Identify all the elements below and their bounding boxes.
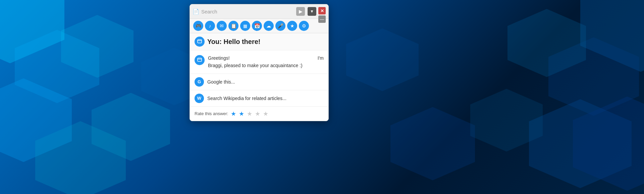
- gamepad-icon[interactable]: 🎮: [193, 21, 203, 31]
- search-submit-button[interactable]: ▶: [296, 7, 305, 16]
- cloud-icon[interactable]: ☁: [264, 21, 274, 31]
- google-action-text: Google this...: [207, 79, 235, 85]
- user-avatar: [195, 37, 205, 47]
- rating-row: Rate this answer: ★ ★ ★ ★ ★: [190, 107, 328, 121]
- settings-icon[interactable]: ⚙: [299, 21, 309, 31]
- svg-rect-0: [198, 40, 202, 43]
- mic-icon[interactable]: 🎤: [275, 21, 285, 31]
- star-2[interactable]: ★: [239, 110, 244, 117]
- close-button[interactable]: ✕: [318, 7, 326, 14]
- star-5[interactable]: ★: [263, 110, 268, 117]
- wikipedia-action-text: Search Wikipedia for related articles...: [207, 96, 286, 101]
- star-4[interactable]: ★: [255, 110, 260, 117]
- widget-header: 📄 ▶ ▼ ✕ —: [190, 4, 328, 19]
- rating-label: Rate this answer:: [195, 111, 228, 116]
- bot-avatar: [195, 55, 205, 65]
- bot-answer-row: Greetings! I'm Braggi, pleased to make y…: [190, 50, 328, 74]
- email-icon[interactable]: ✉: [217, 21, 227, 31]
- search-input[interactable]: [201, 9, 294, 14]
- wikipedia-action-row[interactable]: W Search Wikipedia for related articles.…: [190, 90, 328, 107]
- bot-answer-text: Greetings! I'm Braggi, pleased to make y…: [208, 54, 324, 69]
- star-1[interactable]: ★: [231, 110, 236, 117]
- dropdown-button[interactable]: ▼: [308, 7, 316, 16]
- calendar-icon[interactable]: 📅: [252, 21, 262, 31]
- wikipedia-icon: W: [195, 94, 204, 103]
- icon-toolbar: 🎮 ♪ ✉ 📋 ▦ 📅 ☁ 🎤 ★ ⚙: [190, 19, 328, 33]
- search-widget: 📄 ▶ ▼ ✕ — 🎮 ♪ ✉ 📋 ▦ 📅 ☁ 🎤 ★ ⚙ You: Hello…: [190, 4, 329, 121]
- google-action-row[interactable]: G Google this...: [190, 74, 328, 90]
- bot-im: I'm: [318, 54, 324, 62]
- minimize-button[interactable]: —: [318, 15, 326, 23]
- svg-rect-2: [198, 58, 202, 61]
- document-icon: 📄: [193, 8, 199, 15]
- bot-body-text: Braggi, pleased to make your acquaintanc…: [208, 62, 324, 69]
- music-icon[interactable]: ♪: [205, 21, 215, 31]
- star-3[interactable]: ★: [247, 110, 252, 117]
- clipboard-icon[interactable]: 📋: [228, 21, 238, 31]
- bot-greeting: Greetings!: [208, 54, 230, 62]
- user-query-text: You: Hello there!: [207, 38, 261, 46]
- user-query-row: You: Hello there!: [190, 33, 328, 50]
- star-fav-icon[interactable]: ★: [287, 21, 297, 31]
- google-icon: G: [195, 77, 204, 87]
- calculator-icon[interactable]: ▦: [240, 21, 250, 31]
